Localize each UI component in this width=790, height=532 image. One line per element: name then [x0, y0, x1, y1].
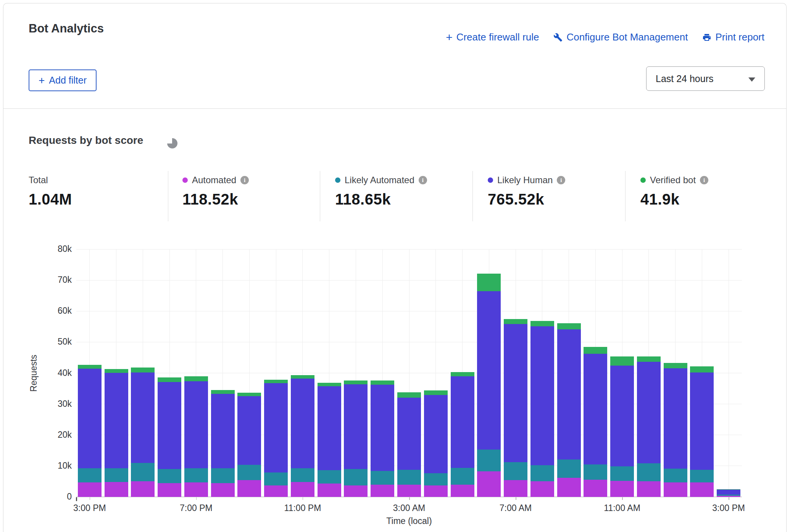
bar-segment-likely-automated[interactable]: [477, 450, 501, 472]
bar-segment-automated[interactable]: [477, 471, 501, 497]
bar-segment-automated[interactable]: [610, 481, 634, 497]
bar-segment-automated[interactable]: [371, 485, 394, 497]
bar-segment-automated[interactable]: [237, 480, 261, 497]
bar-segment-verified-bot[interactable]: [717, 489, 740, 490]
bar-segment-automated[interactable]: [344, 485, 368, 497]
bar-segment-verified-bot[interactable]: [371, 380, 394, 385]
bar-segment-automated[interactable]: [158, 483, 181, 497]
chart-bar[interactable]: [477, 249, 501, 497]
bar-segment-likely-automated[interactable]: [158, 469, 181, 483]
bar-segment-verified-bot[interactable]: [477, 274, 501, 291]
bar-segment-likely-human[interactable]: [158, 382, 181, 469]
bar-segment-likely-human[interactable]: [664, 368, 687, 469]
bar-segment-likely-human[interactable]: [530, 326, 554, 465]
bar-segment-verified-bot[interactable]: [318, 383, 341, 387]
bar-segment-likely-automated[interactable]: [451, 468, 474, 485]
bar-segment-verified-bot[interactable]: [397, 392, 421, 398]
bar-segment-automated[interactable]: [264, 485, 288, 497]
bar-segment-likely-human[interactable]: [397, 398, 421, 469]
bar-segment-verified-bot[interactable]: [504, 319, 527, 324]
bar-segment-likely-human[interactable]: [344, 384, 368, 469]
chart-bar[interactable]: [318, 249, 341, 497]
chart-bar[interactable]: [424, 249, 448, 497]
bar-segment-automated[interactable]: [105, 482, 128, 497]
bar-segment-verified-bot[interactable]: [690, 366, 714, 372]
bar-segment-automated[interactable]: [717, 496, 740, 497]
bar-segment-automated[interactable]: [504, 480, 527, 497]
chart-bar[interactable]: [664, 249, 687, 497]
bar-segment-likely-automated[interactable]: [344, 469, 368, 485]
bar-segment-automated[interactable]: [451, 485, 474, 497]
chart-bar[interactable]: [610, 249, 634, 497]
bar-segment-verified-bot[interactable]: [211, 390, 235, 394]
bar-segment-likely-human[interactable]: [504, 324, 527, 462]
bar-segment-likely-automated[interactable]: [371, 471, 394, 485]
bar-segment-verified-bot[interactable]: [184, 376, 208, 381]
bar-segment-automated[interactable]: [664, 482, 687, 497]
chart-bar[interactable]: [264, 249, 288, 497]
chart-bar[interactable]: [717, 249, 740, 497]
bar-segment-likely-human[interactable]: [291, 379, 314, 468]
bar-segment-likely-human[interactable]: [557, 329, 581, 459]
bar-segment-likely-human[interactable]: [78, 369, 102, 468]
chart-bar[interactable]: [397, 249, 421, 497]
bar-segment-likely-human[interactable]: [424, 395, 448, 473]
bar-segment-verified-bot[interactable]: [237, 393, 261, 396]
bar-segment-likely-human[interactable]: [637, 362, 661, 463]
bar-segment-likely-automated[interactable]: [504, 462, 527, 480]
chart-bar[interactable]: [344, 249, 368, 497]
bar-segment-verified-bot[interactable]: [530, 321, 554, 326]
chart-bar[interactable]: [451, 249, 474, 497]
bar-segment-verified-bot[interactable]: [664, 363, 687, 369]
bar-segment-automated[interactable]: [184, 482, 208, 497]
bar-segment-verified-bot[interactable]: [637, 356, 661, 362]
bar-segment-verified-bot[interactable]: [291, 375, 314, 379]
bar-segment-automated[interactable]: [397, 485, 421, 497]
bar-segment-automated[interactable]: [318, 484, 341, 497]
bar-segment-likely-automated[interactable]: [131, 463, 155, 482]
bar-segment-verified-bot[interactable]: [344, 380, 368, 384]
bar-segment-automated[interactable]: [424, 485, 448, 497]
bar-segment-automated[interactable]: [131, 481, 155, 497]
bar-segment-automated[interactable]: [557, 478, 581, 497]
bar-segment-automated[interactable]: [211, 483, 235, 497]
bar-segment-likely-human[interactable]: [584, 354, 607, 464]
bar-segment-likely-human[interactable]: [371, 385, 394, 471]
bar-segment-likely-automated[interactable]: [664, 469, 687, 482]
bar-segment-verified-bot[interactable]: [105, 369, 128, 373]
bar-segment-likely-human[interactable]: [264, 383, 288, 472]
bar-segment-automated[interactable]: [637, 481, 661, 497]
chart-bar[interactable]: [584, 249, 607, 497]
bar-segment-likely-automated[interactable]: [690, 470, 714, 482]
bar-segment-likely-automated[interactable]: [318, 470, 341, 484]
bar-segment-automated[interactable]: [690, 482, 714, 497]
chart-bar[interactable]: [105, 249, 128, 497]
bar-segment-automated[interactable]: [530, 481, 554, 497]
bar-segment-likely-human[interactable]: [717, 490, 740, 495]
chart-bar[interactable]: [211, 249, 235, 497]
bar-segment-verified-bot[interactable]: [78, 365, 102, 369]
bar-segment-likely-automated[interactable]: [184, 468, 208, 482]
bar-segment-verified-bot[interactable]: [264, 380, 288, 384]
bar-segment-verified-bot[interactable]: [584, 347, 607, 354]
bar-segment-likely-automated[interactable]: [237, 465, 261, 480]
chart-bar[interactable]: [530, 249, 554, 497]
bar-segment-automated[interactable]: [291, 482, 314, 497]
bar-segment-verified-bot[interactable]: [610, 356, 634, 366]
chart-bar[interactable]: [78, 249, 102, 497]
bar-segment-likely-automated[interactable]: [717, 495, 740, 495]
bar-segment-verified-bot[interactable]: [131, 368, 155, 372]
bar-segment-likely-human[interactable]: [105, 373, 128, 468]
bar-segment-likely-automated[interactable]: [610, 466, 634, 481]
bar-segment-likely-automated[interactable]: [584, 464, 607, 480]
bar-segment-likely-human[interactable]: [477, 291, 501, 450]
bar-segment-likely-automated[interactable]: [637, 463, 661, 481]
chart-bar[interactable]: [557, 249, 581, 497]
bar-segment-automated[interactable]: [78, 482, 102, 497]
bar-segment-verified-bot[interactable]: [451, 372, 474, 376]
bar-segment-likely-automated[interactable]: [530, 465, 554, 481]
bar-segment-likely-human[interactable]: [610, 366, 634, 466]
chart-bar[interactable]: [158, 249, 181, 497]
chart-bar[interactable]: [237, 249, 261, 497]
bar-segment-likely-automated[interactable]: [78, 468, 102, 482]
